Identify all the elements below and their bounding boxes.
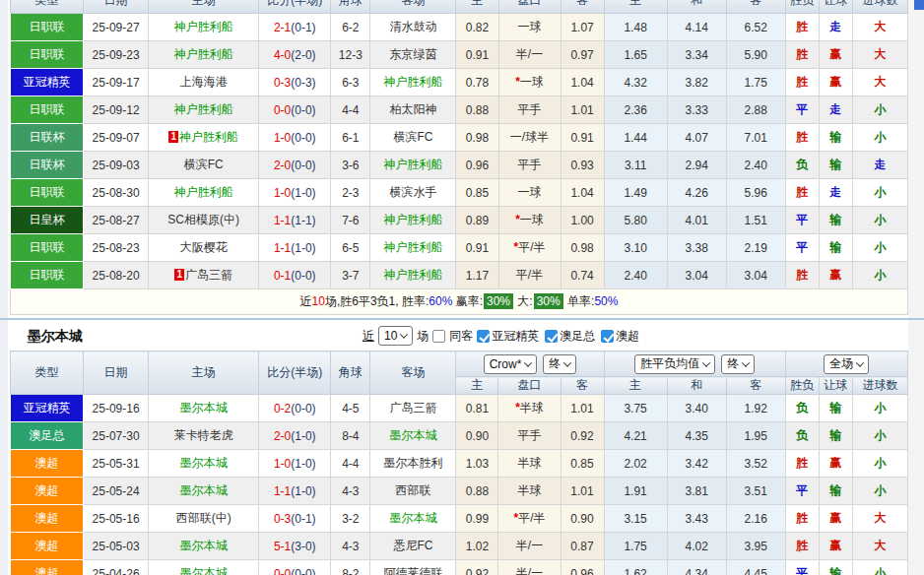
result-text: 平 (796, 213, 808, 226)
result-text: 小 (874, 428, 886, 442)
team-name[interactable]: 神户胜利船 (174, 20, 233, 33)
away-team-cell: 神户胜利船 (370, 234, 456, 262)
league-cell[interactable]: 澳超 (11, 560, 84, 575)
handicap-line-cell: *平/半 (498, 234, 561, 262)
near-link[interactable]: 近 (363, 328, 374, 345)
near-count-select[interactable]: 10 (378, 326, 413, 346)
wdl-result-cell: 胜 (785, 533, 819, 560)
league-filter-checkbox[interactable] (601, 330, 614, 343)
team-name[interactable]: 墨尔本城 (389, 511, 436, 525)
league-cell[interactable]: 澳超 (11, 450, 84, 478)
team-name[interactable]: 神户胜利船 (174, 47, 233, 61)
team-name[interactable]: 柏太阳神 (389, 102, 436, 116)
league-cell[interactable]: 日联杯 (11, 124, 84, 152)
corner-cell: 8-4 (331, 422, 370, 450)
odds-time-select[interactable]: 终 (543, 354, 576, 374)
euro-time-select[interactable]: 终 (721, 354, 755, 374)
goals-result-cell: 小 (852, 450, 907, 478)
team-name[interactable]: 清水鼓动 (389, 20, 436, 33)
result-text: 走 (829, 185, 841, 199)
team-name[interactable]: 横滨FC (184, 158, 224, 171)
team-name[interactable]: 墨尔本城 (180, 483, 228, 497)
summary-segment: 单率: (564, 294, 595, 308)
team-name[interactable]: 墨尔本城 (389, 428, 436, 442)
handicap-line-cell: *平/半 (498, 505, 561, 533)
handicap-odds-cell: 0.92 (456, 560, 498, 575)
euro-odds-cell: 4.02 (667, 533, 726, 560)
euro-odds-cell: 3.81 (667, 478, 726, 505)
corner-cell: 7-6 (331, 207, 370, 234)
team-name[interactable]: 西部联(中) (176, 511, 231, 525)
result-text: 小 (874, 268, 886, 282)
corner-cell: 4-4 (331, 96, 370, 124)
team-name[interactable]: 广岛三箭 (185, 268, 232, 282)
league-cell[interactable]: 日职联 (11, 14, 84, 41)
team-name[interactable]: 神户胜利船 (383, 268, 442, 282)
sub-col-header: 主 (456, 377, 498, 395)
fulltime-score: 1-0 (274, 457, 291, 471)
euro-odds-cell: 5.90 (726, 41, 785, 69)
bookmaker-select[interactable]: Crow* (484, 354, 538, 374)
team-name[interactable]: 神户胜利船 (179, 130, 238, 144)
team-name[interactable]: 莱卡特老虎 (174, 428, 233, 442)
team-name[interactable]: 神户胜利船 (383, 240, 442, 254)
league-cell[interactable]: 日皇杯 (11, 207, 84, 234)
league-cell[interactable]: 日联杯 (11, 152, 84, 179)
team-name[interactable]: 墨尔本城 (180, 566, 228, 575)
team-name[interactable]: 大阪樱花 (180, 240, 228, 254)
fulltime-score: 1-1 (274, 484, 291, 498)
team-name[interactable]: 上海海港 (180, 75, 228, 89)
team-name[interactable]: 西部联 (395, 483, 430, 497)
sub-col-header: 让球 (819, 377, 852, 395)
team-name[interactable]: 墨尔本城 (180, 539, 228, 552)
wdl-result-cell: 胜 (785, 124, 819, 152)
goals-result-cell: 小 (852, 207, 907, 234)
league-cell[interactable]: 澳超 (11, 478, 84, 505)
team-name[interactable]: 墨尔本胜利 (383, 456, 442, 470)
avg-odds-select[interactable]: 胜平负均值 (634, 354, 715, 374)
league-cell[interactable]: 日职联 (11, 234, 84, 262)
col-header: 和 (667, 0, 726, 14)
team-name[interactable]: 横滨水手 (389, 185, 436, 199)
league-cell[interactable]: 日职联 (11, 96, 84, 124)
league-cell[interactable]: 日职联 (11, 262, 84, 289)
fulltime-score: 0-0 (274, 103, 291, 117)
league-filter-checkbox[interactable] (477, 330, 490, 343)
team-name[interactable]: 悉尼FC (393, 539, 432, 552)
league-cell[interactable]: 亚冠精英 (11, 395, 84, 422)
score-cell: 2-0(1-0) (259, 422, 331, 450)
league-cell[interactable]: 亚冠精英 (11, 69, 84, 96)
league-cell[interactable]: 澳超 (11, 533, 84, 560)
league-filter-checkbox[interactable] (545, 330, 558, 343)
league-cell[interactable]: 日职联 (11, 41, 84, 69)
same-away-checkbox[interactable] (432, 330, 445, 343)
home-team-cell: 1广岛三箭 (149, 262, 259, 289)
team-name[interactable]: 神户胜利船 (383, 158, 442, 171)
euro-odds-cell: 3.04 (726, 262, 785, 289)
team-name[interactable]: 阿德莱德联 (383, 566, 442, 575)
euro-odds-cell: 3.34 (667, 41, 726, 69)
league-cell[interactable]: 澳足总 (11, 422, 84, 450)
filter-controls: 近 10 场 同客 亚冠精英澳足总澳超 (363, 326, 639, 346)
team-name[interactable]: 墨尔本城 (180, 401, 228, 415)
scope-select[interactable]: 全场 (824, 354, 869, 374)
team-name[interactable]: 神户胜利船 (383, 213, 442, 226)
team-name[interactable]: 东京绿茵 (389, 47, 436, 61)
team-name[interactable]: 横滨FC (393, 130, 432, 144)
league-cell[interactable]: 澳超 (11, 505, 84, 533)
team-name[interactable]: 神户胜利船 (174, 185, 233, 199)
team-name[interactable]: 广岛三箭 (389, 401, 436, 415)
team-name[interactable]: 神户胜利船 (383, 75, 442, 89)
filter-label: 亚冠精英 (492, 328, 539, 345)
team-name[interactable]: 神户胜利船 (174, 102, 233, 116)
halftime-score: (3-0) (291, 540, 315, 553)
home-team-cell: 神户胜利船 (149, 14, 259, 41)
team-name[interactable]: SC相模原(中) (167, 213, 239, 226)
wdl-result-cell: 负 (785, 422, 819, 450)
table-row: 亚冠精英25-09-16墨尔本城0-2(0-0)4-5广岛三箭0.81*半球1.… (11, 395, 908, 422)
team-name[interactable]: 墨尔本城 (180, 456, 228, 470)
league-cell[interactable]: 日职联 (11, 179, 84, 207)
filter-item: 亚冠精英 (477, 328, 539, 345)
goals-result-cell: 小 (852, 96, 907, 124)
result-text: 赢 (829, 75, 841, 89)
